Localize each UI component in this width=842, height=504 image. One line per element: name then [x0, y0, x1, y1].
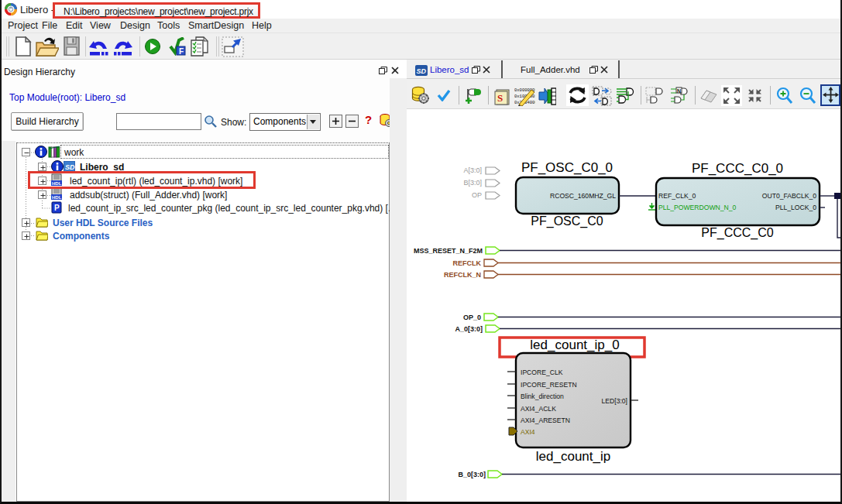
svg-text:S: S: [497, 92, 503, 104]
svg-text:PF_CCC_C0: PF_CCC_C0: [701, 226, 773, 240]
svg-text:PLL_LOCK_0: PLL_LOCK_0: [775, 204, 816, 211]
svg-text:led_count_ip_0: led_count_ip_0: [530, 338, 619, 352]
svg-text:REFCLK: REFCLK: [453, 259, 482, 267]
svg-text:Blink_direction: Blink_direction: [521, 393, 564, 400]
svg-text:MSS_RESET_N_F2M: MSS_RESET_N_F2M: [414, 247, 483, 255]
svg-text:SD: SD: [417, 67, 427, 75]
svg-text:SD: SD: [65, 163, 75, 171]
svg-text:IPCORE_RESETN: IPCORE_RESETN: [521, 381, 577, 389]
svg-text:OP_0: OP_0: [463, 314, 481, 321]
svg-text:PLL_POWERDOWN_N_0: PLL_POWERDOWN_N_0: [658, 204, 737, 211]
svg-text:IPCORE_CLK: IPCORE_CLK: [521, 369, 563, 376]
svg-text:LED[3:0]: LED[3:0]: [602, 397, 627, 405]
svg-text:N: N: [677, 88, 681, 94]
svg-text:AXI4_ACLK: AXI4_ACLK: [521, 405, 556, 413]
svg-text:led_count_ip: led_count_ip: [536, 449, 610, 464]
svg-text:F: F: [179, 47, 184, 56]
svg-text:RCOSC_160MHZ_GL: RCOSC_160MHZ_GL: [550, 192, 616, 200]
svg-text:A_0[3:0]: A_0[3:0]: [455, 325, 483, 333]
svg-text:OP: OP: [472, 191, 482, 199]
svg-text:PF_OSC_C0: PF_OSC_C0: [531, 214, 603, 228]
svg-text:PF_OSC_C0_0: PF_OSC_C0_0: [521, 160, 613, 175]
svg-text:AXI4_ARESETN: AXI4_ARESETN: [521, 417, 570, 424]
svg-text:P: P: [54, 204, 60, 212]
svg-text:B[3:0]: B[3:0]: [463, 179, 482, 187]
svg-text:PF_CCC_C0_0: PF_CCC_C0_0: [692, 161, 783, 176]
svg-text:REF_CLK_0: REF_CLK_0: [658, 192, 696, 200]
svg-text:OUT0_FABCLK_0: OUT0_FABCLK_0: [762, 192, 816, 200]
svg-text:B_0[3:0]: B_0[3:0]: [458, 471, 486, 478]
svg-text:REFCLK_N: REFCLK_N: [444, 271, 481, 279]
svg-text:AXI4: AXI4: [521, 428, 535, 436]
svg-text:HDL: HDL: [52, 195, 62, 200]
svg-text:A[3:0]: A[3:0]: [463, 166, 482, 174]
